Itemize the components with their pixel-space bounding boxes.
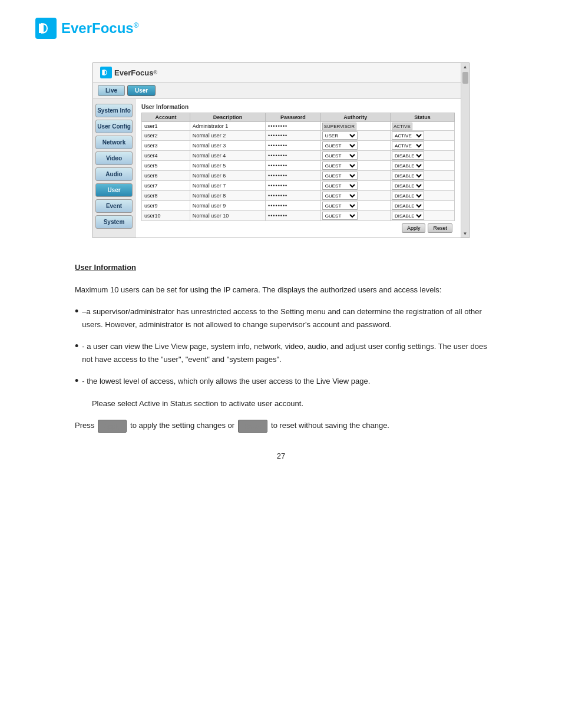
user-table: Account Description Password Authority S… bbox=[141, 113, 455, 221]
authority-select[interactable]: SUPERVISORUSERGUEST bbox=[322, 131, 358, 140]
cell-description: Normal user 5 bbox=[190, 161, 265, 171]
sidebar-item-audio[interactable]: Audio bbox=[95, 167, 133, 181]
cell-status[interactable]: ACTIVEDISABLE bbox=[390, 211, 454, 221]
cell-password: •••••••• bbox=[266, 181, 321, 191]
status-select[interactable]: ACTIVEDISABLE bbox=[392, 212, 424, 220]
bullet-item-3: • - the lowest level of access, which on… bbox=[75, 375, 487, 388]
cell-password: •••••••• bbox=[266, 211, 321, 221]
cell-password: •••••••• bbox=[266, 191, 321, 201]
table-row: user8Normal user 8••••••••SUPERVISORUSER… bbox=[142, 191, 455, 201]
svg-rect-0 bbox=[35, 18, 57, 39]
status-select[interactable]: ACTIVEDISABLE bbox=[392, 172, 424, 180]
col-account: Account bbox=[142, 113, 190, 122]
cell-authority: SUPERVISOR bbox=[320, 122, 390, 131]
cell-authority[interactable]: SUPERVISORUSERGUEST bbox=[320, 191, 390, 201]
apply-button[interactable]: Apply bbox=[402, 223, 426, 233]
scroll-thumb[interactable] bbox=[462, 72, 468, 84]
cell-status[interactable]: ACTIVEDISABLE bbox=[390, 191, 454, 201]
user-button[interactable]: User bbox=[127, 85, 156, 96]
scroll-down-arrow[interactable]: ▼ bbox=[463, 231, 468, 236]
cell-description: Administrator 1 bbox=[190, 122, 265, 131]
sidebar-item-user-config[interactable]: User Config bbox=[95, 120, 133, 133]
sidebar-item-network[interactable]: Network bbox=[95, 136, 133, 149]
cell-status[interactable]: ACTIVEDISABLE bbox=[390, 151, 454, 161]
cell-authority[interactable]: SUPERVISORUSERGUEST bbox=[320, 151, 390, 161]
cell-account: user4 bbox=[142, 151, 190, 161]
table-row: user1Administrator 1••••••••SUPERVISORAC… bbox=[142, 122, 455, 131]
cell-status[interactable]: ACTIVEDISABLE bbox=[390, 141, 454, 151]
status-select[interactable]: ACTIVEDISABLE bbox=[392, 202, 424, 210]
panel-logo-reg: ® bbox=[153, 70, 157, 75]
authority-select[interactable]: SUPERVISORUSERGUEST bbox=[322, 212, 358, 220]
status-select[interactable]: ACTIVEDISABLE bbox=[392, 182, 424, 190]
cell-authority[interactable]: SUPERVISORUSERGUEST bbox=[320, 171, 390, 181]
cell-password: •••••••• bbox=[266, 131, 321, 141]
table-row: user4Normal user 4••••••••SUPERVISORUSER… bbox=[142, 151, 455, 161]
cell-authority[interactable]: SUPERVISORUSERGUEST bbox=[320, 161, 390, 171]
cell-description: Normal user 10 bbox=[190, 211, 265, 221]
body-text: User Information Maximum 10 users can be… bbox=[75, 262, 487, 462]
sidebar-item-video[interactable]: Video bbox=[95, 151, 133, 165]
authority-select[interactable]: SUPERVISORUSERGUEST bbox=[322, 202, 358, 210]
bullet-dot-1: • bbox=[75, 305, 78, 331]
cell-account: user8 bbox=[142, 191, 190, 201]
cell-status[interactable]: ACTIVEDISABLE bbox=[390, 201, 454, 211]
cell-status[interactable]: ACTIVEDISABLE bbox=[390, 131, 454, 141]
status-select[interactable]: ACTIVEDISABLE bbox=[392, 141, 424, 150]
cell-password: •••••••• bbox=[266, 201, 321, 211]
cell-authority[interactable]: SUPERVISORUSERGUEST bbox=[320, 201, 390, 211]
col-authority: Authority bbox=[320, 113, 390, 122]
col-description: Description bbox=[190, 113, 265, 122]
cell-authority[interactable]: SUPERVISORUSERGUEST bbox=[320, 181, 390, 191]
cell-status[interactable]: ACTIVEDISABLE bbox=[390, 181, 454, 191]
authority-select[interactable]: SUPERVISORUSERGUEST bbox=[322, 172, 358, 180]
status-select[interactable]: ACTIVEDISABLE bbox=[392, 151, 424, 160]
authority-select[interactable]: SUPERVISORUSERGUEST bbox=[322, 182, 358, 190]
authority-select[interactable]: SUPERVISORUSERGUEST bbox=[322, 192, 358, 200]
reset-button[interactable]: Reset bbox=[428, 223, 452, 233]
section-title: User Information bbox=[141, 104, 455, 110]
scrollbar[interactable]: ▲ ▼ bbox=[461, 63, 469, 238]
table-row: user7Normal user 7••••••••SUPERVISORUSER… bbox=[142, 181, 455, 191]
scroll-up-arrow[interactable]: ▲ bbox=[463, 64, 468, 70]
cell-status[interactable]: ACTIVEDISABLE bbox=[390, 171, 454, 181]
cell-description: Normal user 3 bbox=[190, 141, 265, 151]
bullet-text-2: - a user can view the Live View page, sy… bbox=[82, 340, 487, 365]
cell-password: •••••••• bbox=[266, 151, 321, 161]
cell-authority[interactable]: SUPERVISORUSERGUEST bbox=[320, 141, 390, 151]
sidebar-item-system[interactable]: System bbox=[95, 215, 133, 229]
bullet-dot-3: • bbox=[75, 375, 78, 388]
sidebar: System Info User Config Network Video Au… bbox=[93, 99, 135, 238]
status-select[interactable]: ACTIVEDISABLE bbox=[392, 131, 424, 140]
cell-status[interactable]: ACTIVEDISABLE bbox=[390, 161, 454, 171]
cell-authority[interactable]: SUPERVISORUSERGUEST bbox=[320, 131, 390, 141]
bullet-item-2: • - a user can view the Live View page, … bbox=[75, 340, 487, 365]
top-logo-text: EverFocus® bbox=[61, 20, 139, 37]
cell-description: Normal user 6 bbox=[190, 171, 265, 181]
status-select[interactable]: ACTIVEDISABLE bbox=[392, 192, 424, 200]
cell-description: Normal user 8 bbox=[190, 191, 265, 201]
sidebar-item-system-info[interactable]: System Info bbox=[95, 104, 133, 117]
cell-password: •••••••• bbox=[266, 161, 321, 171]
para3-post: to reset without saving the change. bbox=[271, 421, 389, 430]
btn-row: Apply Reset bbox=[141, 223, 455, 233]
section-heading: User Information bbox=[75, 262, 487, 274]
panel-screenshot: EverFocus ® Live User System Info User C… bbox=[92, 62, 470, 238]
cell-password: •••••••• bbox=[266, 141, 321, 151]
para3-mid: to apply the setting changes or bbox=[130, 421, 234, 430]
sidebar-item-event[interactable]: Event bbox=[95, 199, 133, 213]
status-select[interactable]: ACTIVEDISABLE bbox=[392, 162, 424, 170]
authority-select[interactable]: SUPERVISORUSERGUEST bbox=[322, 162, 358, 170]
live-button[interactable]: Live bbox=[98, 85, 125, 96]
sidebar-item-user[interactable]: User bbox=[95, 183, 133, 197]
table-row: user5Normal user 5••••••••SUPERVISORUSER… bbox=[142, 161, 455, 171]
cell-account: user6 bbox=[142, 171, 190, 181]
cell-authority[interactable]: SUPERVISORUSERGUEST bbox=[320, 211, 390, 221]
table-row: user6Normal user 6••••••••SUPERVISORUSER… bbox=[142, 171, 455, 181]
panel-logo-icon bbox=[100, 67, 112, 78]
authority-select[interactable]: SUPERVISORUSERGUEST bbox=[322, 151, 358, 160]
table-row: user9Normal user 9••••••••SUPERVISORUSER… bbox=[142, 201, 455, 211]
cell-account: user7 bbox=[142, 181, 190, 191]
authority-select[interactable]: SUPERVISORUSERGUEST bbox=[322, 141, 358, 150]
cell-description: Normal user 7 bbox=[190, 181, 265, 191]
